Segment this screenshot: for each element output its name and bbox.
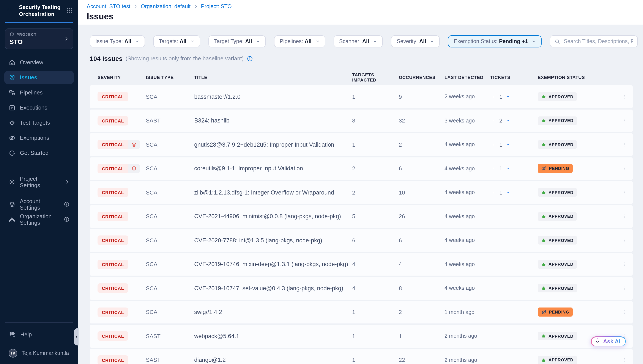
filter-exemption-status[interactable]: Exemption Status: Pending +1 (448, 35, 542, 48)
issue-type-cell: SCA (146, 213, 194, 220)
kebab-menu-icon[interactable] (621, 237, 627, 244)
filter-severity[interactable]: Severity: All (391, 35, 440, 48)
info-icon[interactable] (247, 56, 253, 62)
ticket-group[interactable]: 1 (490, 94, 510, 100)
table-row[interactable]: CRITICAL SCA bassmaster//1.2.0 1 9 2 wee… (90, 86, 633, 108)
sidebar-item-project-settings[interactable]: Project Settings (4, 175, 74, 188)
kebab-menu-icon[interactable] (621, 213, 627, 220)
exemption-status-badge: APPROVED (538, 116, 577, 125)
table-row[interactable]: CRITICAL SCA CVE-2020-7788: ini@1.3.5 (l… (90, 229, 633, 252)
occurrences-cell: 9 (399, 94, 444, 100)
exemption-status-badge: APPROVED (538, 212, 577, 221)
home-icon (9, 59, 16, 66)
ticket-group[interactable]: 1 (490, 166, 510, 172)
kebab-menu-icon[interactable] (621, 309, 627, 316)
sidebar-divider (5, 193, 73, 193)
main-content: Account: STO test Organization: default … (78, 0, 643, 364)
info-icon[interactable] (64, 202, 70, 207)
sidebar-item-test-targets[interactable]: Test Targets (4, 116, 74, 130)
filter-scanner[interactable]: Scanner: All (334, 35, 383, 48)
last-detected-cell: 4 weeks ago (444, 190, 490, 196)
get-started-icon (9, 150, 16, 156)
severity-badge: CRITICAL (98, 140, 140, 150)
table-row[interactable]: CRITICAL SAST webpack@5.64.1 1 1 2 month… (90, 325, 633, 348)
help-chat-icon (9, 331, 16, 338)
severity-badge-label: CRITICAL (98, 164, 128, 173)
sidebar-header: Security Testing Orchestration (0, 0, 78, 18)
project-selector[interactable]: PROJECT STO (5, 28, 73, 49)
sidebar-item-label: Issues (20, 74, 37, 81)
ticket-group[interactable]: 2 (490, 118, 510, 124)
severity-badge-label: CRITICAL (98, 260, 128, 269)
sidebar-item-executions[interactable]: Executions (4, 101, 74, 114)
issues-count-row: 104 Issues (Showing results only from th… (90, 55, 633, 62)
exemption-status-badge: APPROVED (538, 332, 577, 340)
page-title: Issues (87, 12, 634, 22)
breadcrumb-account-link[interactable]: Account: STO test (87, 4, 130, 10)
kebab-menu-icon[interactable] (621, 357, 627, 363)
caret-down-icon (506, 167, 510, 170)
chevron-right-icon (133, 4, 138, 9)
kebab-menu-icon[interactable] (621, 285, 627, 292)
kebab-menu-icon[interactable] (621, 94, 627, 100)
sidebar-collapse-handle[interactable] (74, 328, 79, 346)
sidebar-item-get-started[interactable]: Get Started (4, 146, 74, 160)
exemption-status-badge: APPROVED (538, 92, 577, 101)
org-chart-icon (9, 216, 16, 223)
ticket-group[interactable]: 1 (490, 142, 510, 148)
table-row[interactable]: CRITICAL SCA CVE-2019-10746: mixin-deep@… (90, 253, 633, 276)
issue-title-cell: bassmaster//1.2.0 (194, 94, 352, 100)
user-menu[interactable]: TK Teja Kummarikuntla (4, 346, 74, 360)
sidebar-item-issues[interactable]: Issues (4, 71, 74, 84)
app-grid-icon[interactable] (65, 7, 74, 15)
table-row[interactable]: CRITICAL SAST B324: hashlib 8 32 3 weeks… (90, 109, 633, 132)
sidebar-item-organization-settings[interactable]: Organization Settings (4, 212, 74, 226)
sidebar-item-help[interactable]: Help (4, 328, 74, 341)
severity-badge: CRITICAL (98, 92, 128, 102)
search-input[interactable] (564, 38, 633, 44)
sidebar-item-exemptions[interactable]: Exemptions (4, 131, 74, 144)
thumbs-up-icon (541, 118, 546, 123)
header-accent-bar (5, 22, 73, 23)
table-row[interactable]: CRITICAL SAST django@1.2 1 22 2 months a… (90, 349, 633, 364)
kebab-menu-icon[interactable] (621, 166, 627, 172)
filter-target-type[interactable]: Target Type: All (208, 35, 266, 48)
severity-stack-segment (128, 164, 140, 173)
exemption-status-badge: APPROVED (538, 284, 577, 292)
last-detected-cell: 4 weeks ago (444, 214, 490, 220)
breadcrumb-project-link[interactable]: Project: STO (201, 4, 232, 10)
sidebar-item-label: Project Settings (20, 175, 56, 188)
sidebar-item-overview[interactable]: Overview (4, 56, 74, 69)
sidebar-item-pipelines[interactable]: Pipelines (4, 86, 74, 99)
thumbs-up-icon (541, 214, 546, 219)
table-row[interactable]: CRITICAL SCA coreutils@9.1-1: Improper I… (90, 157, 633, 180)
table-row[interactable]: CRITICAL SCA CVE-2019-10747: set-value@0… (90, 277, 633, 300)
filter-issue-type[interactable]: Issue Type: All (90, 35, 145, 48)
sidebar-item-label: Get Started (20, 150, 49, 156)
table-row[interactable]: CRITICAL SCA swig//1.4.2 1 2 1 month ago (90, 301, 633, 324)
col-header-exemption-status: EXEMPTION STATUS (538, 74, 614, 80)
topbar: Account: STO test Organization: default … (78, 0, 643, 24)
exemption-status-badge: PENDING (538, 164, 573, 173)
exemption-status-badge: APPROVED (538, 260, 577, 269)
table-row[interactable]: CRITICAL SCA zlib@1:1.2.13.dfsg-1: Integ… (90, 181, 633, 204)
ticket-group[interactable]: 1 (490, 189, 510, 196)
breadcrumb-organization-link[interactable]: Organization: default (141, 4, 191, 10)
kebab-menu-icon[interactable] (621, 118, 627, 124)
sidebar-item-account-settings[interactable]: Account Settings (4, 198, 74, 211)
issue-type-cell: SAST (146, 118, 194, 124)
kebab-menu-icon[interactable] (621, 261, 627, 268)
col-header-tickets: TICKETS (490, 74, 538, 80)
filter-pipelines[interactable]: Pipelines: All (274, 35, 325, 48)
ask-ai-button[interactable]: Ask AI (591, 336, 626, 346)
collapse-arrow-icon (75, 336, 77, 338)
ask-ai-label: Ask AI (603, 338, 620, 344)
severity-badge-label: CRITICAL (98, 308, 128, 317)
kebab-menu-icon[interactable] (621, 142, 627, 148)
targets-impacted-cell: 1 (352, 309, 399, 316)
info-icon[interactable] (64, 216, 70, 222)
table-row[interactable]: CRITICAL SCA gnutls28@3.7.9-2+deb12u5: I… (90, 133, 633, 156)
table-row[interactable]: CRITICAL SCA CVE-2021-44906: minimist@0.… (90, 205, 633, 228)
filter-targets[interactable]: Targets: All (153, 35, 200, 48)
kebab-menu-icon[interactable] (621, 189, 627, 196)
